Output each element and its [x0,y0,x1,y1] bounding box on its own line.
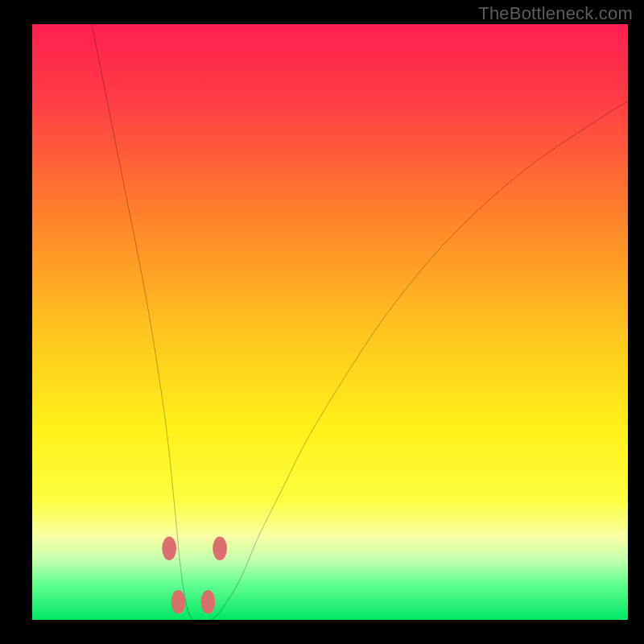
bottleneck-curve [92,24,628,620]
curve-layer [32,24,628,620]
curve-marker [162,536,176,560]
chart-frame: TheBottleneck.com [0,0,644,644]
curve-marker [200,590,215,614]
plot-area [32,24,628,620]
curve-marker [213,536,227,560]
curve-marker [171,590,185,614]
curve-markers [162,536,227,613]
watermark-text: TheBottleneck.com [478,3,633,24]
